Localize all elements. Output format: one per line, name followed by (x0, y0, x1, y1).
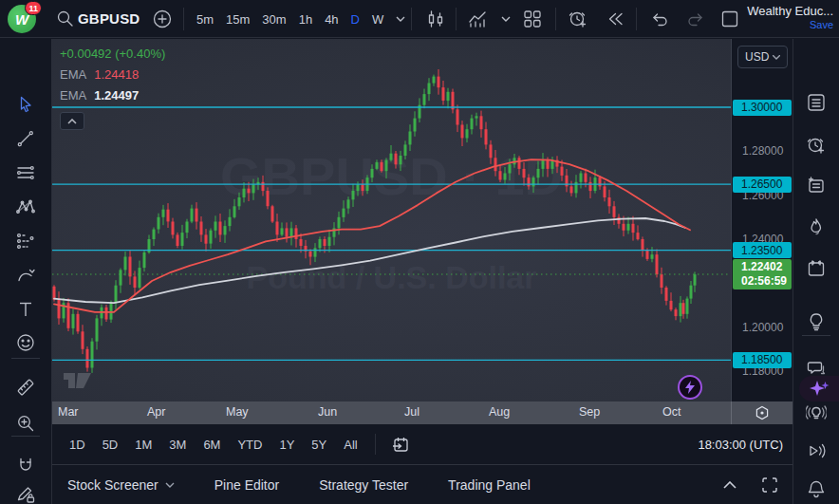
account-block: Wealthy Educ... Save (747, 4, 837, 30)
currency-select[interactable]: USD (737, 46, 788, 68)
candlestick-chart[interactable]: GBPUSD · 1D Pound / U.S. Dollar +0.00492… (52, 39, 731, 401)
redo-icon[interactable] (685, 9, 706, 29)
legend-collapse-button[interactable] (60, 112, 84, 130)
timeframe-W[interactable]: W (372, 12, 383, 27)
range-toolbar: 1D5D1M3M6MYTD1Y5YAll 18:03:00 (UTC) (52, 424, 792, 464)
toolbar-divider (411, 8, 412, 30)
calendar-icon[interactable] (804, 256, 829, 281)
tab-pine-editor[interactable]: Pine Editor (214, 477, 279, 493)
axis-divider (731, 401, 732, 424)
level-price-badge: 1.23500 (733, 242, 792, 258)
compare-add-icon[interactable] (152, 9, 173, 29)
tab-label: Strategy Tester (319, 477, 408, 493)
timeframe-30m[interactable]: 30m (262, 12, 286, 27)
tab-label: Pine Editor (214, 477, 279, 493)
ema-fast-value: 1.24418 (94, 67, 139, 82)
chart-style-icon[interactable] (425, 9, 446, 29)
fullscreen-corners-icon[interactable] (760, 476, 779, 495)
range-button-5y[interactable]: 5Y (311, 438, 326, 452)
ruler-icon[interactable] (13, 375, 38, 400)
range-button-ytd[interactable]: YTD (237, 438, 262, 452)
range-button-3m[interactable]: 3M (169, 438, 186, 452)
toolbar-divider (183, 8, 184, 30)
range-button-5d[interactable]: 5D (103, 438, 119, 452)
ema-label[interactable]: EMA (60, 88, 86, 103)
timeframe-5m[interactable]: 5m (196, 12, 214, 27)
cursor-icon[interactable] (13, 92, 38, 117)
range-button-1d[interactable]: 1D (69, 438, 85, 452)
month-label-oct: Oct (662, 405, 681, 419)
horizontal-lines-icon[interactable] (13, 160, 38, 185)
trend-line-icon[interactable] (13, 126, 38, 151)
ideas-icon[interactable] (804, 309, 829, 334)
notification-count-badge: 11 (25, 1, 42, 15)
range-button-6m[interactable]: 6M (203, 438, 220, 452)
range-button-1m[interactable]: 1M (135, 438, 152, 452)
watchlist-icon[interactable] (804, 90, 829, 115)
undo-icon[interactable] (649, 9, 670, 29)
ai-sparkles-icon[interactable] (799, 376, 839, 401)
magnet-icon[interactable] (13, 454, 38, 478)
notifications-icon[interactable] (804, 476, 829, 501)
alert-clock-icon[interactable] (804, 133, 829, 158)
live-ideas-icon[interactable] (804, 401, 829, 425)
timeframe-15m[interactable]: 15m (226, 12, 250, 27)
right-sidebar (792, 39, 839, 504)
hotlist-icon[interactable] (804, 215, 829, 239)
timeframe-1h[interactable]: 1h (299, 12, 312, 27)
range-button-1y[interactable]: 1Y (279, 438, 294, 452)
price-axis[interactable]: USD 1.280001.260001.240001.200001.180001… (731, 39, 792, 401)
xabcd-pattern-icon[interactable] (13, 195, 38, 219)
timeframe-D[interactable]: D (351, 12, 360, 27)
level-price-badge: 1.30000 (733, 100, 792, 116)
month-label-aug: Aug (489, 405, 510, 419)
bar-countdown: 02:56:59 (741, 274, 792, 289)
account-name[interactable]: Wealthy Educ... (747, 4, 833, 18)
alert-clock-icon[interactable] (568, 9, 588, 29)
layout-grid-icon[interactable] (522, 9, 543, 29)
chevron-down-icon (165, 482, 175, 488)
panel-collapse-chevron-icon[interactable] (720, 476, 739, 495)
timeframe-4h[interactable]: 4h (325, 12, 338, 27)
app-logo[interactable]: W 11 (8, 5, 36, 33)
range-button-all[interactable]: All (344, 438, 357, 452)
drawing-lock-icon[interactable] (13, 482, 38, 504)
month-label-may: May (226, 405, 249, 419)
tab-stock-screener[interactable]: Stock Screener (67, 477, 175, 493)
chevron-down-icon[interactable] (495, 9, 516, 29)
tab-strategy-tester[interactable]: Strategy Tester (319, 477, 408, 493)
symbol-button[interactable]: GBPUSD (78, 10, 140, 27)
month-label-mar: Mar (58, 405, 79, 419)
chevron-down-icon (773, 55, 780, 60)
text-icon[interactable] (13, 297, 38, 322)
lightning-badge[interactable] (678, 375, 702, 400)
save-layout-checkbox-icon[interactable] (719, 9, 740, 29)
emoji-icon[interactable] (13, 330, 38, 355)
timezone-clock[interactable]: 18:03:00 (UTC) (698, 438, 783, 452)
search-icon[interactable] (55, 9, 76, 29)
axis-settings-gear-icon[interactable] (752, 403, 773, 422)
price-tick-label: 1.20000 (742, 321, 783, 334)
brush-icon[interactable] (13, 263, 38, 288)
bar-replay-icon[interactable] (605, 9, 625, 29)
indicators-icon[interactable] (467, 9, 488, 29)
timeframe-row: 5m15m30m1h4hDW (196, 0, 405, 38)
level-price-badge: 1.18500 (733, 352, 792, 368)
level-price-badge: 1.26500 (733, 177, 792, 193)
timeframe-menu-chevron-icon[interactable] (396, 16, 405, 22)
ema-label[interactable]: EMA (60, 67, 86, 82)
tab-trading-panel[interactable]: Trading Panel (448, 477, 531, 493)
month-label-sep: Sep (579, 405, 600, 419)
bottom-tabs-bar: Stock ScreenerPine EditorStrategy Tester… (52, 464, 792, 504)
toolbar-divider (11, 358, 40, 359)
top-toolbar: W 11 GBPUSD 5m15m30m1h4hDW Wealthy Educ.… (0, 0, 839, 38)
go-to-date-icon[interactable] (391, 434, 412, 455)
save-button[interactable]: Save (747, 19, 833, 30)
streams-icon[interactable] (804, 439, 829, 463)
zoom-in-icon[interactable] (13, 411, 38, 436)
time-axis[interactable]: MarAprMayJunJulAugSepOct (52, 401, 792, 424)
forecast-icon[interactable] (13, 229, 38, 253)
last-price-badge: 1.2240202:56:59 (733, 259, 792, 289)
toolbar-divider (375, 434, 376, 455)
notes-icon[interactable] (804, 173, 829, 197)
